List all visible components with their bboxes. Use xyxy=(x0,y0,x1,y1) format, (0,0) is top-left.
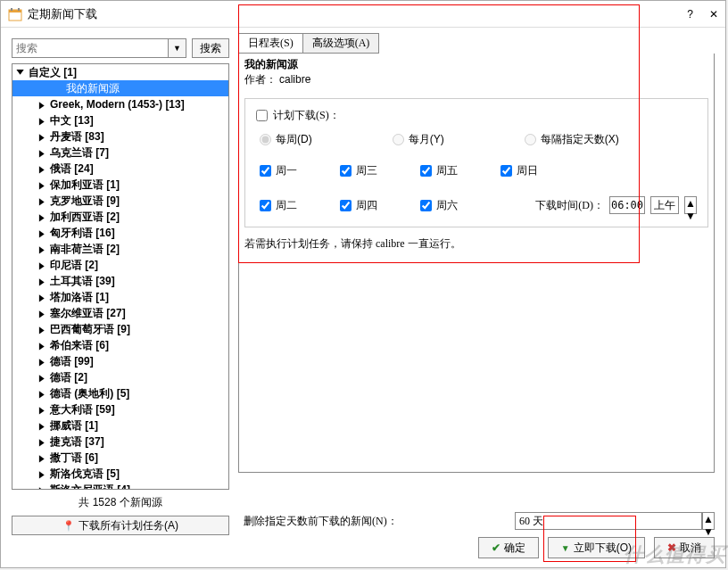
tree-item[interactable]: ▶丹麦语 [83] xyxy=(12,128,228,145)
tree-item[interactable]: ▶俄语 [24] xyxy=(12,161,228,177)
radio-every-n-days[interactable] xyxy=(525,134,536,145)
chevron-icon: ▶ xyxy=(39,421,46,431)
source-tree[interactable]: ▶自定义 [1]我的新闻源▶Greek, Modern (1453-) [13]… xyxy=(12,63,229,490)
tab-schedule[interactable]: 日程表(S) xyxy=(238,33,303,54)
svg-rect-3 xyxy=(18,8,20,11)
tree-item-selected[interactable]: 我的新闻源 xyxy=(12,80,228,96)
chevron-icon: ▶ xyxy=(39,325,46,335)
search-input[interactable] xyxy=(12,38,169,58)
ampm-input[interactable] xyxy=(650,196,679,214)
tree-item[interactable]: ▶南非荷兰语 [2] xyxy=(12,241,228,257)
ok-button[interactable]: ✔确定 xyxy=(478,537,539,558)
chevron-icon: ▶ xyxy=(39,132,46,142)
tree-item[interactable]: ▶乌克兰语 [7] xyxy=(12,145,228,161)
chk-mon[interactable] xyxy=(260,165,271,177)
time-spinner[interactable]: ▲▼ xyxy=(684,196,697,214)
tree-item[interactable]: ▶德语 (奥地利) [5] xyxy=(12,385,228,401)
chevron-icon: ▶ xyxy=(39,357,46,367)
tree-item[interactable]: ▶挪威语 [1] xyxy=(12,417,228,434)
chevron-icon: ▶ xyxy=(39,373,46,383)
chevron-icon: ▶ xyxy=(39,309,46,318)
search-button[interactable]: 搜索 xyxy=(192,38,229,58)
chevron-icon: ▶ xyxy=(39,293,46,302)
tab-advanced[interactable]: 高级选项(A) xyxy=(302,33,380,54)
chevron-icon: ▶ xyxy=(39,341,46,351)
tree-item[interactable]: ▶Greek, Modern (1453-) [13] xyxy=(12,96,228,112)
help-button[interactable]: ? xyxy=(687,8,693,21)
source-name: 我的新闻源 xyxy=(244,55,708,72)
chk-thu[interactable] xyxy=(340,200,352,211)
chk-sun[interactable] xyxy=(500,165,512,177)
time-input[interactable] xyxy=(609,196,645,214)
tree-item[interactable]: ▶德语 [2] xyxy=(12,369,228,385)
chevron-icon: ▶ xyxy=(39,260,46,270)
keep-running-note: 若需执行计划任务，请保持 calibre 一直运行。 xyxy=(244,236,708,252)
tree-item[interactable]: ▶保加利亚语 [1] xyxy=(12,177,228,193)
plan-download-label: 计划下载(S)： xyxy=(273,108,340,123)
chevron-icon: ▶ xyxy=(39,453,46,463)
tree-item[interactable]: ▶加利西亚语 [2] xyxy=(12,209,228,225)
radio-monthly[interactable] xyxy=(393,134,404,145)
chevron-icon: ▶ xyxy=(39,405,46,415)
delete-old-label: 删除指定天数前下载的新闻(N)： xyxy=(244,514,398,529)
chk-wed[interactable] xyxy=(340,165,352,177)
tree-item[interactable]: ▶巴西葡萄牙语 [9] xyxy=(12,321,228,337)
tree-item[interactable]: ▶德语 [99] xyxy=(12,353,228,369)
tree-item[interactable]: ▶印尼语 [2] xyxy=(12,257,228,273)
tree-item[interactable]: ▶撒丁语 [6] xyxy=(12,450,228,466)
chevron-icon: ▶ xyxy=(39,212,46,222)
tree-item[interactable]: ▶斯洛文尼亚语 [4] xyxy=(12,482,228,490)
chevron-icon: ▶ xyxy=(39,164,46,174)
tree-item[interactable]: ▶土耳其语 [39] xyxy=(12,273,228,289)
download-icon: ▼ xyxy=(561,543,570,553)
chevron-icon: ▶ xyxy=(39,437,46,447)
chevron-icon: ▶ xyxy=(39,389,46,399)
chk-tue[interactable] xyxy=(260,200,271,211)
chevron-icon: ▶ xyxy=(39,228,46,238)
delete-days-input[interactable] xyxy=(515,512,702,530)
tree-item[interactable]: ▶希伯来语 [6] xyxy=(12,337,228,353)
calendar-icon xyxy=(8,7,22,21)
search-dropdown-button[interactable]: ▼ xyxy=(169,38,186,58)
chevron-icon: ▶ xyxy=(39,180,46,190)
chk-sat[interactable] xyxy=(420,200,432,211)
tree-item[interactable]: ▶意大利语 [59] xyxy=(12,401,228,417)
chevron-icon: ▶ xyxy=(39,244,46,254)
tree-item[interactable]: ▶匈牙利语 [16] xyxy=(12,225,228,241)
chevron-icon: ▶ xyxy=(39,196,46,206)
close-button[interactable]: ✕ xyxy=(709,8,718,21)
tree-item[interactable]: ▶塔加洛语 [1] xyxy=(12,289,228,305)
chevron-icon: ▶ xyxy=(39,469,46,479)
chevron-icon: ▶ xyxy=(39,148,46,158)
tree-item[interactable]: ▶捷克语 [37] xyxy=(12,434,228,450)
check-icon: ✔ xyxy=(492,541,500,554)
svg-rect-2 xyxy=(11,8,12,11)
radio-weekly[interactable] xyxy=(260,134,271,145)
window-title: 定期新闻下载 xyxy=(28,6,687,22)
plan-download-checkbox[interactable] xyxy=(256,110,268,121)
time-label: 下载时间(D)： xyxy=(535,198,604,213)
tree-item[interactable]: ▶斯洛伐克语 [5] xyxy=(12,466,228,482)
chevron-icon: ▶ xyxy=(39,116,46,126)
source-author: 作者： calibre xyxy=(244,72,708,93)
tree-item[interactable]: ▶塞尔维亚语 [27] xyxy=(12,305,228,321)
days-spinner[interactable]: ▲▼ xyxy=(702,512,715,530)
tree-root[interactable]: ▶自定义 [1] xyxy=(12,64,228,80)
chevron-icon: ▶ xyxy=(39,277,46,286)
chevron-icon: ▶ xyxy=(39,100,46,110)
chevron-icon: ▶ xyxy=(16,70,26,76)
chk-fri[interactable] xyxy=(420,165,432,177)
watermark: 什么值得买 xyxy=(624,541,726,568)
tree-item[interactable]: ▶中文 [13] xyxy=(12,112,228,128)
tree-item[interactable]: ▶克罗地亚语 [9] xyxy=(12,193,228,209)
